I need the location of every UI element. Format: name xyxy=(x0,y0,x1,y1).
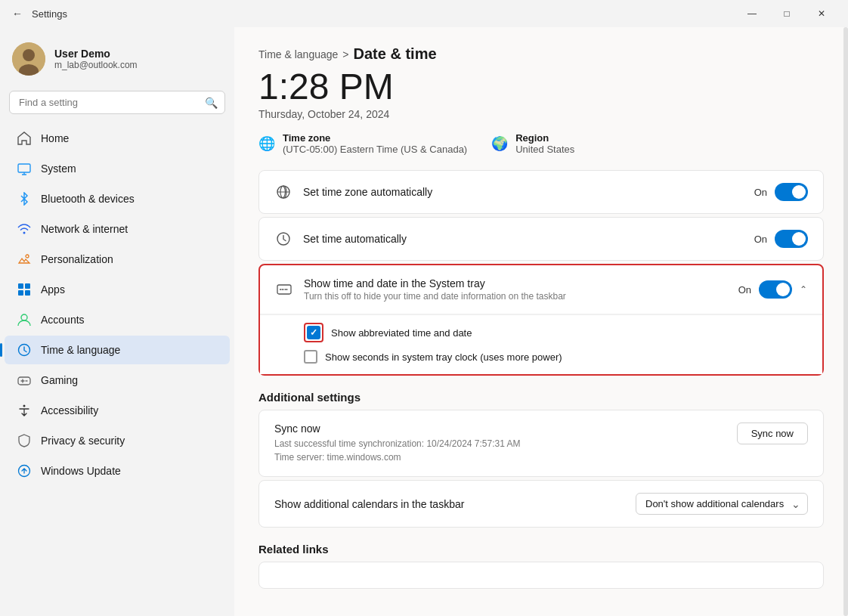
sidebar-label-bluetooth: Bluetooth & devices xyxy=(41,193,135,205)
close-button[interactable]: ✕ xyxy=(804,2,839,26)
related-links-title: Related links xyxy=(258,543,824,556)
update-icon xyxy=(17,463,32,478)
region-label: Region xyxy=(515,132,574,144)
show-abbreviated-option: Show abbreviated time and date xyxy=(304,323,807,342)
sync-now-card: Sync now Last successful time synchroniz… xyxy=(258,410,824,477)
sidebar: User Demo m_lab@outlook.com 🔍 Home Syste… xyxy=(0,27,234,616)
timezone-label: Time zone xyxy=(283,132,467,144)
sidebar-item-home[interactable]: Home xyxy=(5,124,230,153)
sidebar-item-apps[interactable]: Apps xyxy=(5,275,230,304)
systray-chevron-icon[interactable]: ⌃ xyxy=(800,284,807,295)
sidebar-item-gaming[interactable]: Gaming xyxy=(5,366,230,395)
calendar-label: Show additional calendars in the taskbar xyxy=(274,498,464,510)
clock-setting-icon xyxy=(274,230,292,248)
calendar-dropdown[interactable]: Don't show additional calendars Simplifi… xyxy=(636,493,808,515)
svg-point-13 xyxy=(23,405,26,407)
set-time-auto-card: Set time automatically On xyxy=(258,217,824,261)
set-timezone-row: Set time zone automatically On xyxy=(259,171,823,213)
sidebar-label-privacy: Privacy & security xyxy=(41,435,125,447)
sidebar-item-time[interactable]: Time & language xyxy=(5,336,230,364)
title-bar: ← Settings — □ ✕ xyxy=(0,0,848,27)
svg-point-1 xyxy=(23,49,35,61)
svg-rect-9 xyxy=(25,290,30,296)
home-icon xyxy=(17,131,32,146)
network-icon xyxy=(17,221,32,237)
set-timezone-card: Set time zone automatically On xyxy=(258,170,824,214)
set-time-auto-title: Set time automatically xyxy=(303,233,407,245)
sidebar-item-privacy[interactable]: Privacy & security xyxy=(5,426,230,455)
breadcrumb: Time & language > Date & time xyxy=(258,45,824,63)
show-time-systray-row: Show time and date in the System tray Tu… xyxy=(260,265,822,314)
set-time-auto-toggle[interactable] xyxy=(775,230,808,248)
sidebar-item-bluetooth[interactable]: Bluetooth & devices xyxy=(5,184,230,213)
sync-info: Sync now Last successful time synchroniz… xyxy=(274,423,521,464)
show-seconds-option: Show seconds in system tray clock (uses … xyxy=(304,350,807,364)
sidebar-label-apps: Apps xyxy=(41,283,65,296)
svg-rect-3 xyxy=(18,164,30,172)
sidebar-item-accessibility[interactable]: Accessibility xyxy=(5,396,230,425)
show-time-systray-controls: On ⌃ xyxy=(738,280,807,299)
show-time-systray-toggle-label: On xyxy=(738,284,751,296)
calendar-row: Show additional calendars in the taskbar… xyxy=(258,480,824,528)
avatar xyxy=(12,42,45,76)
globe-icon: 🌐 xyxy=(258,135,275,152)
accounts-icon xyxy=(17,312,32,327)
user-profile[interactable]: User Demo m_lab@outlook.com xyxy=(0,33,234,88)
systray-icon xyxy=(275,280,293,299)
svg-rect-18 xyxy=(277,285,291,294)
show-abbreviated-checkbox[interactable] xyxy=(307,326,320,339)
minimize-button[interactable]: — xyxy=(735,2,769,26)
svg-point-19 xyxy=(280,289,281,290)
search-input[interactable] xyxy=(9,91,225,114)
svg-point-10 xyxy=(21,314,27,320)
show-time-systray-subtitle: Turn this off to hide your time and date… xyxy=(304,291,566,302)
sidebar-item-personalization[interactable]: Personalization xyxy=(5,245,230,274)
sidebar-label-update: Windows Update xyxy=(41,465,121,477)
maximize-button[interactable]: □ xyxy=(769,2,804,26)
user-email: m_lab@outlook.com xyxy=(54,60,138,70)
sync-last-sync: Last successful time synchronization: 10… xyxy=(274,437,521,450)
set-timezone-toggle-label: On xyxy=(754,187,767,198)
sync-server: Time server: time.windows.com xyxy=(274,450,521,464)
user-info: User Demo m_lab@outlook.com xyxy=(54,48,138,70)
back-button[interactable]: ← xyxy=(9,5,26,23)
show-abbreviated-label: Show abbreviated time and date xyxy=(331,327,472,339)
apps-icon xyxy=(17,282,32,297)
svg-rect-7 xyxy=(25,283,30,289)
sidebar-item-system[interactable]: System xyxy=(5,154,230,183)
sidebar-item-accounts[interactable]: Accounts xyxy=(5,305,230,334)
main-content: Time & language > Date & time 1:28 PM Th… xyxy=(234,27,848,616)
current-time: 1:28 PM xyxy=(258,69,824,105)
privacy-icon xyxy=(17,433,32,448)
show-time-systray-card: Show time and date in the System tray Tu… xyxy=(258,264,824,376)
show-seconds-checkbox[interactable] xyxy=(304,350,317,364)
system-icon xyxy=(17,161,32,176)
breadcrumb-parent[interactable]: Time & language xyxy=(258,48,338,60)
sidebar-label-personalization: Personalization xyxy=(41,253,113,265)
show-time-systray-toggle[interactable] xyxy=(759,280,792,299)
globe-setting-icon xyxy=(274,183,292,201)
breadcrumb-separator: > xyxy=(342,48,348,60)
sidebar-item-update[interactable]: Windows Update xyxy=(5,457,230,485)
sidebar-label-accounts: Accounts xyxy=(41,314,85,326)
sync-now-button[interactable]: Sync now xyxy=(737,423,808,444)
svg-point-4 xyxy=(23,232,26,234)
personalization-icon xyxy=(17,252,32,267)
sidebar-item-network[interactable]: Network & internet xyxy=(5,215,230,243)
region-value: United States xyxy=(515,144,574,155)
set-timezone-title: Set time zone automatically xyxy=(303,186,432,198)
timezone-value: (UTC-05:00) Eastern Time (US & Canada) xyxy=(283,144,467,155)
show-seconds-label: Show seconds in system tray clock (uses … xyxy=(325,351,562,363)
sidebar-label-system: System xyxy=(41,163,76,175)
sidebar-label-network: Network & internet xyxy=(41,223,128,235)
app-title: Settings xyxy=(32,8,67,20)
set-timezone-toggle[interactable] xyxy=(775,183,808,201)
time-icon xyxy=(17,342,32,358)
sidebar-label-time: Time & language xyxy=(41,344,120,356)
show-abbreviated-checkbox-wrap xyxy=(304,323,323,342)
svg-point-5 xyxy=(26,255,29,258)
time-info-row: 🌐 Time zone (UTC-05:00) Eastern Time (US… xyxy=(258,132,824,155)
additional-settings-title: Additional settings xyxy=(258,391,824,404)
region-item: 🌍 Region United States xyxy=(491,132,574,155)
set-timezone-controls: On xyxy=(754,183,808,201)
